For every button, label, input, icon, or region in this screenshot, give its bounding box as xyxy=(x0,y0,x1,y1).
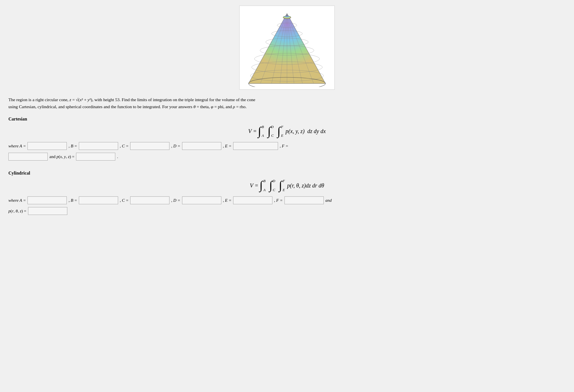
cartesian-input-D[interactable] xyxy=(182,142,221,150)
cone-image xyxy=(239,6,335,90)
cyl-p-label: p(r, θ, z) = xyxy=(8,209,26,214)
cartesian-C-label: , C = xyxy=(120,144,128,149)
cylindrical-second-row: p(r, θ, z) = xyxy=(8,207,566,215)
cartesian-input-F[interactable] xyxy=(8,153,48,161)
cylindrical-section: Cylindrical V = ∫ B A ∫ D C ∫ F E p(r, θ… xyxy=(8,171,566,215)
cone-image-section xyxy=(8,6,566,90)
cyl-where-label: where A = xyxy=(8,198,26,203)
cyl-integral-2: ∫ D C xyxy=(269,180,272,191)
cyl-E-label: , E = xyxy=(223,198,232,203)
cartesian-D-label: , D = xyxy=(171,144,180,149)
integral-3: ∫ F E xyxy=(277,126,281,137)
cyl-input-p[interactable] xyxy=(28,207,67,215)
cylindrical-inputs-row: where A = , B = , C = , D = , E = , F = … xyxy=(8,196,566,204)
cyl-input-E[interactable] xyxy=(233,196,272,204)
cartesian-integrand-display: p(x, y, z) dz dy dx xyxy=(286,128,326,134)
cartesian-F-label: , F = xyxy=(280,144,288,149)
cartesian-where-label: where A = xyxy=(8,144,26,149)
integral-2: ∫ D C xyxy=(268,126,271,137)
integral-1: ∫ B A xyxy=(258,126,261,137)
svg-point-19 xyxy=(283,16,291,19)
cyl-input-A[interactable] xyxy=(27,196,67,204)
cyl-F-label: , F = xyxy=(274,198,283,203)
cyl-integral-1: ∫ B A xyxy=(260,180,263,191)
cartesian-inputs-row: where A = , B = , C = , D = , E = , F = xyxy=(8,142,566,150)
problem-text-line2: using Cartesian, cylindrical, and spheri… xyxy=(8,104,247,109)
cartesian-E-label: , E = xyxy=(223,144,232,149)
cartesian-period: . xyxy=(117,154,118,159)
cyl-input-D[interactable] xyxy=(182,196,221,204)
cartesian-input-C[interactable] xyxy=(130,142,169,150)
cartesian-formula: V = ∫ B A ∫ D C ∫ F E p(x, y, z) dz dy d… xyxy=(8,126,566,137)
cyl-input-C[interactable] xyxy=(130,196,169,204)
cyl-and-label: and xyxy=(325,198,332,203)
cyl-C-label: , C = xyxy=(120,198,128,203)
cartesian-input-B[interactable] xyxy=(79,142,118,150)
cartesian-section: Cartesian V = ∫ B A ∫ D C ∫ F E p(x, y, … xyxy=(8,117,566,161)
cyl-B-label: , B = xyxy=(68,198,77,203)
cylindrical-title: Cylindrical xyxy=(8,171,566,176)
cyl-v-equals: V = xyxy=(250,182,258,189)
cylindrical-integrand-display: p(r, θ, z)dz dr dθ xyxy=(287,182,324,189)
cartesian-and-label: and p(x, y, z) = xyxy=(49,154,74,159)
cylindrical-formula: V = ∫ B A ∫ D C ∫ F E p(r, θ, z)dz dr dθ xyxy=(8,180,566,191)
cartesian-input-A[interactable] xyxy=(27,142,67,150)
cartesian-title: Cartesian xyxy=(8,117,566,122)
v-equals: V = xyxy=(248,128,257,134)
cartesian-second-row: and p(x, y, z) = . xyxy=(8,153,566,161)
cartesian-B-label: , B = xyxy=(68,144,77,149)
cyl-input-B[interactable] xyxy=(79,196,118,204)
cone-svg xyxy=(244,8,330,87)
cyl-input-F[interactable] xyxy=(284,196,324,204)
cyl-D-label: , D = xyxy=(171,198,180,203)
cartesian-input-p[interactable] xyxy=(76,153,115,161)
cyl-integral-3: ∫ F E xyxy=(279,180,282,191)
cartesian-input-E[interactable] xyxy=(233,142,278,150)
problem-statement: The region is a right circular cone, z =… xyxy=(8,96,289,110)
problem-text-line1: The region is a right circular cone, z =… xyxy=(8,97,255,102)
